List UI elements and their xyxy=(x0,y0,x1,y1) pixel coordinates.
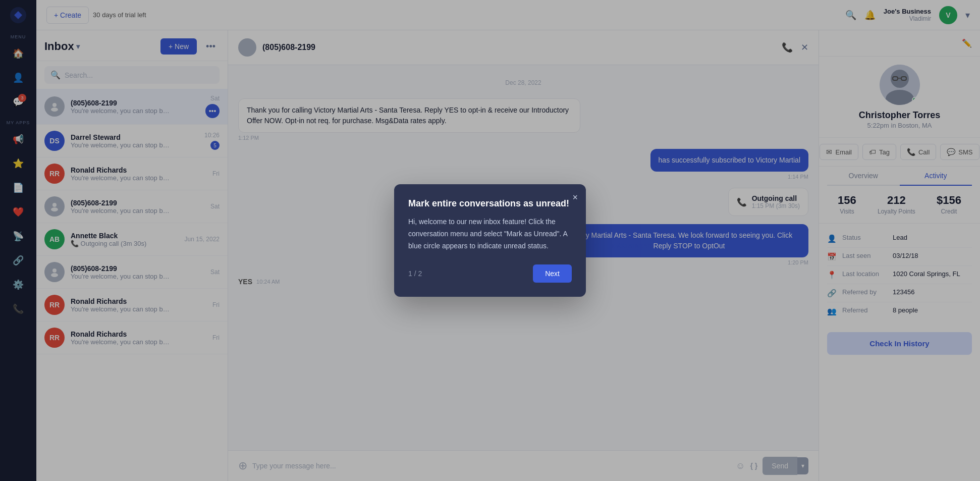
modal-pagination: 1 / 2 xyxy=(408,270,422,278)
modal: Mark entire conversations as unread! Hi,… xyxy=(394,184,586,296)
modal-footer: 1 / 2 Next xyxy=(408,264,572,283)
modal-body: Hi, welcome to our new inbox feature! Cl… xyxy=(408,216,572,252)
modal-title: Mark entire conversations as unread! xyxy=(408,198,572,209)
modal-next-button[interactable]: Next xyxy=(533,264,572,283)
modal-close-button[interactable]: × xyxy=(572,192,578,203)
modal-overlay: Mark entire conversations as unread! Hi,… xyxy=(0,0,980,481)
